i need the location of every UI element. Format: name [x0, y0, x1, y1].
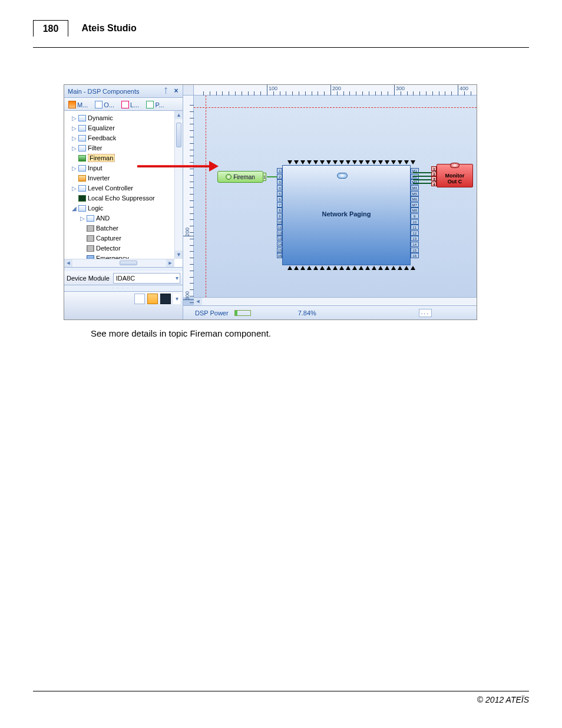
tree-hscrollbar[interactable]: ◄ ► — [64, 259, 174, 267]
tree-item-icon — [78, 175, 86, 182]
tree-item[interactable]: Fireman — [71, 153, 183, 163]
tab-p[interactable]: P... — [144, 100, 166, 110]
status-more-button[interactable]: ... — [419, 309, 432, 317]
canvas-hscrollbar[interactable]: ◄ — [194, 297, 477, 305]
port[interactable]: 16 — [411, 253, 419, 258]
expand-icon[interactable] — [71, 194, 77, 203]
tab-m-label: M... — [77, 101, 88, 108]
fireman-indicator-icon — [226, 174, 232, 180]
node-monitor-out[interactable]: 1234 Monitor Out C — [437, 164, 473, 187]
tree-item-label: Input — [88, 164, 102, 172]
device-module-select[interactable]: IDA8C — [113, 273, 180, 284]
tree-item[interactable]: ▷Filter — [71, 143, 183, 153]
design-surface[interactable]: Fireman 1 Network Paging 123456789101112… — [194, 95, 477, 297]
expand-icon[interactable] — [80, 234, 85, 243]
tree-item-label: Level Controller — [88, 185, 133, 192]
port[interactable]: M5 — [411, 191, 419, 196]
port[interactable]: 16 — [277, 253, 282, 258]
tool-dropdown-icon[interactable]: ▾ — [173, 294, 180, 304]
port[interactable]: 14 — [411, 242, 419, 247]
expand-icon[interactable]: ▷ — [71, 114, 77, 123]
canvas-scroll-left-icon[interactable]: ◄ — [194, 298, 202, 306]
port[interactable]: M7 — [411, 202, 419, 207]
port[interactable]: 10 — [277, 219, 282, 225]
tree-item[interactable]: Inverter — [71, 173, 183, 183]
tab-m[interactable]: M... — [67, 100, 90, 110]
fireman-out-port[interactable]: 1 — [263, 173, 266, 181]
port[interactable]: 1 — [431, 166, 437, 171]
port[interactable]: 2 — [277, 174, 282, 179]
tree-vscrollbar[interactable]: ▲ ▼ — [174, 111, 183, 259]
panel-tabs: M... O... L... P... — [64, 98, 183, 111]
port[interactable]: 3 — [431, 176, 437, 181]
scroll-down-icon[interactable]: ▼ — [175, 251, 183, 259]
pin-icon[interactable]: ᛏ — [161, 87, 170, 95]
port[interactable]: 12 — [277, 230, 282, 236]
panel-grip[interactable]: · · · · · — [64, 285, 183, 291]
port[interactable]: 5 — [277, 191, 282, 196]
port[interactable]: 10 — [411, 219, 419, 225]
node-network-paging[interactable]: Network Paging 12345678910111213141516 M… — [282, 165, 411, 265]
expand-icon[interactable]: ▷ — [71, 134, 77, 143]
scroll-up-icon[interactable]: ▲ — [175, 111, 183, 119]
port[interactable]: 4 — [431, 182, 437, 186]
tree-item[interactable]: ▷Dynamic — [71, 113, 183, 123]
expand-icon[interactable]: ▷ — [71, 144, 77, 153]
port[interactable]: 11 — [277, 225, 282, 230]
port[interactable]: 9 — [411, 213, 419, 219]
expand-icon[interactable]: ▷ — [71, 124, 77, 133]
port[interactable]: 4 — [277, 185, 282, 190]
tree-item[interactable]: ▷Equalizer — [71, 123, 183, 133]
tree-item[interactable]: Local Echo Suppressor — [71, 193, 183, 203]
port[interactable]: 6 — [277, 196, 282, 202]
port[interactable]: 7 — [277, 202, 282, 207]
tree-item[interactable]: ◢Logic — [71, 203, 183, 213]
expand-icon[interactable]: ▷ — [71, 164, 77, 173]
tree-item[interactable]: ▷AND — [80, 213, 183, 223]
port[interactable]: 3 — [277, 179, 282, 185]
port[interactable]: 13 — [411, 236, 419, 241]
ruler-vertical: 200300 — [183, 95, 194, 297]
port[interactable]: M6 — [411, 196, 419, 202]
expand-icon[interactable] — [80, 244, 85, 253]
tab-o[interactable]: O... — [93, 100, 116, 110]
np-arrows-bottom — [286, 266, 416, 270]
design-canvas[interactable]: 100200300400 200300 Fireman 1 Network Pa… — [183, 85, 477, 305]
port[interactable]: 13 — [277, 236, 282, 241]
tree-item[interactable]: Detector — [80, 243, 183, 253]
tree-item[interactable]: Capturer — [80, 233, 183, 243]
port[interactable]: 2 — [431, 172, 437, 176]
expand-icon[interactable]: ▷ — [80, 214, 85, 223]
expand-icon[interactable] — [71, 154, 77, 163]
port[interactable]: 9 — [277, 213, 282, 219]
tree-item[interactable]: ▷Feedback — [71, 133, 183, 143]
port[interactable]: 8 — [277, 207, 282, 213]
port[interactable]: 15 — [411, 248, 419, 253]
tree-item[interactable]: ▷Level Controller — [71, 183, 183, 193]
port[interactable]: 14 — [277, 242, 282, 247]
tree-item-icon — [78, 195, 86, 202]
tool-icon-3[interactable] — [160, 294, 171, 304]
expand-icon[interactable] — [80, 224, 85, 233]
callout-arrow — [137, 165, 210, 167]
scroll-thumb[interactable] — [176, 123, 181, 147]
port[interactable]: 15 — [277, 248, 282, 253]
expand-icon[interactable] — [71, 174, 77, 183]
ruler-horizontal: 100200300400 — [194, 85, 477, 95]
tree-item[interactable]: Batcher — [80, 223, 183, 233]
expand-icon[interactable]: ▷ — [71, 184, 77, 193]
node-fireman[interactable]: Fireman 1 — [217, 171, 263, 183]
component-tree[interactable]: ▷Dynamic▷Equalizer▷Feedback▷Filter Firem… — [64, 111, 183, 268]
port[interactable]: M8 — [411, 207, 419, 213]
expand-icon[interactable]: ◢ — [71, 204, 77, 213]
port[interactable]: 12 — [411, 230, 419, 236]
hscroll-thumb[interactable] — [120, 261, 137, 265]
port[interactable]: 11 — [411, 225, 419, 230]
port[interactable]: 1 — [277, 168, 282, 173]
tool-icon-1[interactable] — [134, 294, 145, 304]
tool-icon-2[interactable] — [147, 294, 158, 304]
tab-l[interactable]: L... — [120, 100, 141, 110]
close-icon[interactable]: × — [172, 87, 180, 95]
hscroll-left-icon[interactable]: ◄ — [64, 259, 72, 268]
hscroll-right-icon[interactable]: ► — [166, 259, 174, 268]
